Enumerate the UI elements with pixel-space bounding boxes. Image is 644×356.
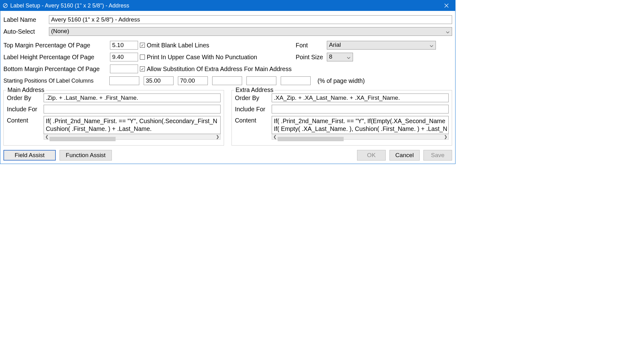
extra-address-group: Extra Address Order By Include For Conte…: [231, 90, 452, 146]
extra-address-legend: Extra Address: [234, 86, 274, 94]
label-name-input[interactable]: [49, 15, 452, 24]
pointsize-value: 8: [329, 53, 332, 60]
chevron-down-icon: [446, 28, 449, 35]
uppercase-checkbox[interactable]: Print In Upper Case With No Punctuation: [140, 54, 296, 61]
function-assist-button[interactable]: Function Assist: [60, 150, 112, 161]
startpos-input-2[interactable]: [144, 76, 174, 85]
bottom-margin-input[interactable]: [110, 65, 138, 73]
auto-select-dropdown[interactable]: (None): [49, 27, 452, 36]
uppercase-label: Print In Upper Case With No Punctuation: [147, 54, 257, 61]
h-scrollbar[interactable]: ❮ ❯: [44, 134, 221, 140]
main-address-legend: Main Address: [6, 86, 45, 94]
startpos-input-5[interactable]: [246, 76, 276, 85]
label-height-label: Label Height Percentage Of Page: [3, 54, 110, 61]
extra-content-label: Content: [235, 116, 272, 124]
checkbox-icon: [140, 55, 145, 60]
app-icon: [2, 2, 8, 9]
window-title: Label Setup - Avery 5160 (1" x 2 5/8") -…: [10, 2, 440, 9]
label-height-input[interactable]: [110, 53, 138, 61]
extra-includefor-input[interactable]: [272, 105, 449, 113]
scroll-thumb[interactable]: [50, 137, 116, 141]
main-includefor-input[interactable]: [44, 105, 221, 113]
extra-orderby-input[interactable]: [272, 94, 449, 102]
top-margin-label: Top Margin Percentage Of Page: [3, 42, 110, 49]
scroll-left-icon[interactable]: ❮: [44, 134, 50, 139]
main-includefor-label: Include For: [7, 105, 44, 113]
extra-includefor-label: Include For: [235, 105, 272, 113]
allow-sub-checkbox[interactable]: ✓ Allow Substitution Of Extra Address Fo…: [140, 65, 296, 73]
save-button[interactable]: Save: [423, 150, 452, 161]
close-icon: [444, 3, 449, 8]
close-button[interactable]: [440, 0, 453, 11]
allow-sub-label: Allow Substitution Of Extra Address For …: [147, 65, 292, 73]
main-orderby-input[interactable]: [44, 94, 221, 102]
startpos-input-3[interactable]: [178, 76, 208, 85]
pointsize-dropdown[interactable]: 8: [327, 53, 353, 61]
omit-blank-checkbox[interactable]: ✓ Omit Blank Label Lines: [140, 42, 296, 49]
ok-button[interactable]: OK: [357, 150, 386, 161]
dialog-body: Label Name Auto-Select (None) Top Margin…: [0, 11, 455, 164]
font-label: Font: [296, 42, 327, 49]
main-content-textarea[interactable]: [44, 116, 221, 134]
svg-line-1: [4, 4, 7, 7]
bottom-margin-label: Bottom Margin Percentage Of Page: [3, 65, 110, 73]
main-content-label: Content: [7, 116, 44, 124]
scroll-thumb[interactable]: [278, 137, 344, 141]
extra-content-textarea[interactable]: [272, 116, 449, 134]
h-scrollbar[interactable]: ❮ ❯: [272, 134, 449, 140]
scroll-right-icon[interactable]: ❯: [443, 134, 448, 139]
main-address-group: Main Address Order By Include For Conten…: [3, 90, 224, 146]
auto-select-value: (None): [51, 28, 69, 34]
extra-orderby-label: Order By: [235, 94, 272, 102]
label-setup-dialog: Label Setup - Avery 5160 (1" x 2 5/8") -…: [0, 0, 456, 164]
startpos-hint: (% of page width): [317, 77, 365, 84]
top-margin-input[interactable]: [110, 41, 138, 50]
checkbox-icon: ✓: [140, 43, 145, 48]
titlebar: Label Setup - Avery 5160 (1" x 2 5/8") -…: [0, 0, 455, 11]
startpos-label: Starting Positions Of Label Columns: [3, 78, 105, 84]
scroll-right-icon[interactable]: ❯: [215, 134, 220, 139]
field-assist-button[interactable]: Field Assist: [3, 150, 56, 161]
label-name-label: Label Name: [3, 16, 49, 23]
startpos-input-4[interactable]: [212, 76, 242, 85]
main-orderby-label: Order By: [7, 94, 44, 102]
font-dropdown[interactable]: Arial: [327, 41, 436, 50]
scroll-left-icon[interactable]: ❮: [272, 134, 278, 139]
auto-select-label: Auto-Select: [3, 28, 49, 35]
chevron-down-icon: [347, 54, 350, 60]
startpos-input-6[interactable]: [281, 76, 311, 85]
chevron-down-icon: [430, 42, 433, 49]
checkbox-icon: ✓: [140, 66, 145, 71]
cancel-button[interactable]: Cancel: [389, 150, 420, 161]
font-value: Arial: [329, 41, 341, 48]
pointsize-label: Point Size: [296, 54, 327, 61]
startpos-input-1[interactable]: [109, 76, 139, 85]
omit-blank-label: Omit Blank Label Lines: [147, 42, 209, 49]
